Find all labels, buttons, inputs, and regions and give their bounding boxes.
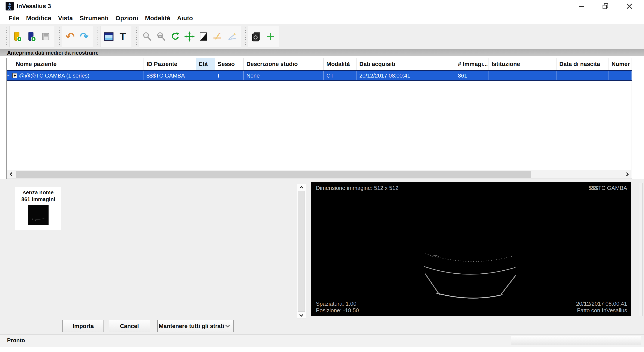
slices-icon <box>251 31 261 42</box>
column-header-immagini[interactable]: # Immagi... <box>455 58 489 70</box>
text-overlay-button[interactable]: T <box>116 27 130 46</box>
slices-button[interactable] <box>249 27 263 46</box>
horizontal-scroll-thumb[interactable] <box>16 171 531 178</box>
column-header-nome-paziente[interactable]: Nome paziente <box>7 58 144 70</box>
toolbar-grip[interactable] <box>135 27 138 45</box>
import-project-button[interactable] <box>24 27 39 46</box>
measure-line-icon <box>212 31 223 42</box>
column-header-dati-acquisiti[interactable]: Dati acquisiti <box>356 58 455 70</box>
series-thumbnail-card[interactable]: senza nome 861 immagini <box>16 187 61 230</box>
series-title: senza nome <box>16 189 61 196</box>
scroll-down-icon <box>299 314 304 317</box>
preview-datetime-credit: 20/12/2017 08:00:41 Fatto con InVesalius <box>576 301 627 314</box>
save-project-button[interactable] <box>39 27 53 46</box>
cell-immagini: 861 <box>455 71 489 80</box>
window-layout-button[interactable] <box>102 27 116 46</box>
column-header-eta[interactable]: Età <box>196 58 215 70</box>
toolbar-grip[interactable] <box>6 27 8 45</box>
rotate-button[interactable] <box>168 27 182 46</box>
pan-button[interactable] <box>182 27 196 46</box>
close-button[interactable] <box>624 1 636 12</box>
toolbar-group-layout: T <box>100 26 132 47</box>
import-project-icon <box>26 31 37 42</box>
cell-nome-paziente: + @@@TC GAMBA (1 series) <box>7 71 144 80</box>
vertical-scroll-thumb[interactable] <box>298 191 305 312</box>
add-plus-button[interactable] <box>263 27 278 46</box>
measure-line-button[interactable] <box>211 27 225 46</box>
column-header-sesso[interactable]: Sesso <box>215 58 244 70</box>
status-separator <box>508 335 509 345</box>
import-dicom-button[interactable] <box>10 27 24 46</box>
dicom-preview-viewport[interactable]: Dimensione immagine: 512 x 512 $$$TC GAM… <box>311 182 631 316</box>
add-plus-icon <box>266 32 275 41</box>
column-header-istituzione[interactable]: Istituzione <box>489 58 556 70</box>
scroll-down-button[interactable] <box>297 312 306 319</box>
restore-button[interactable] <box>600 1 612 12</box>
preview-position-label: Posizione: -18.50 <box>316 307 359 314</box>
patient-name-text: @@@TC GAMBA (1 series) <box>19 72 90 79</box>
scroll-up-button[interactable] <box>297 184 306 191</box>
app-logo-icon <box>6 2 14 10</box>
section-caption: Anteprima dati medici da ricostruire <box>0 49 644 56</box>
measure-angle-icon <box>227 31 237 42</box>
scroll-left-icon <box>10 172 13 177</box>
preview-patient-label: $$$TC GAMBA <box>589 185 627 191</box>
progress-gauge <box>511 336 641 345</box>
contrast-button[interactable] <box>196 27 211 46</box>
column-header-numero[interactable]: Numer <box>609 58 632 70</box>
menu-opzioni[interactable]: Opzioni <box>112 14 142 23</box>
status-text: Pronto <box>7 337 25 344</box>
toolbar-grip[interactable] <box>58 27 61 45</box>
minimize-button[interactable] <box>576 1 588 12</box>
zoom-button[interactable] <box>140 27 154 46</box>
title-bar: InVesalius 3 <box>0 0 644 12</box>
redo-icon: ↷ <box>80 31 89 42</box>
menu-modifica[interactable]: Modifica <box>23 14 55 23</box>
toolbar-grip[interactable] <box>97 27 99 45</box>
thumbnail-vertical-scrollbar[interactable] <box>297 184 306 319</box>
toolbar-grip[interactable] <box>244 27 247 45</box>
series-thumbnail-image[interactable] <box>28 205 48 225</box>
cell-data-di-nascita <box>556 71 609 80</box>
preview-made-with-label: Fatto con InVesalius <box>576 307 627 314</box>
scroll-left-button[interactable] <box>7 170 15 178</box>
keep-slices-selected-value: Mantenere tutti gli strati <box>158 323 225 330</box>
cancel-button[interactable]: Cancel <box>109 320 150 332</box>
tree-expander-button[interactable]: + <box>12 73 17 78</box>
column-header-descrizione-studio[interactable]: Descrizione studio <box>244 58 324 70</box>
menu-strumenti[interactable]: Strumenti <box>76 14 112 23</box>
undo-button[interactable]: ↶ <box>63 27 77 46</box>
toolbar: ↶ ↷ T <box>0 24 644 49</box>
menu-aiuto[interactable]: Aiuto <box>174 14 196 23</box>
redo-button[interactable]: ↷ <box>77 27 91 46</box>
section-caption-label: Anteprima dati medici da ricostruire <box>7 50 98 56</box>
import-dicom-icon <box>12 31 23 42</box>
horizontal-scrollbar[interactable] <box>7 170 632 178</box>
menu-file[interactable]: File <box>5 14 23 23</box>
menu-vista[interactable]: Vista <box>55 14 76 23</box>
table-row-selected[interactable]: + @@@TC GAMBA (1 series) $$$TC GAMBA F N… <box>7 70 632 81</box>
import-preview-panel: senza nome 861 immagini <box>0 179 644 334</box>
series-image-count: 861 immagini <box>16 196 61 203</box>
cell-modalita: CT <box>324 71 356 80</box>
menu-modalita[interactable]: Modalità <box>142 14 174 23</box>
cell-id-paziente: $$$TC GAMBA <box>144 71 196 80</box>
toolbar-group-undo: ↶ ↷ <box>62 26 93 47</box>
column-header-data-di-nascita[interactable]: Data di nascita <box>556 58 609 70</box>
preview-image-size-label: Dimensione immagine: 512 x 512 <box>316 185 398 191</box>
column-header-modalita[interactable]: Modalità <box>324 58 356 70</box>
zoom-icon <box>142 31 152 42</box>
cell-sesso: F <box>215 71 244 80</box>
preview-scrollbar[interactable] <box>639 183 642 316</box>
scroll-right-button[interactable] <box>623 170 632 178</box>
import-button[interactable]: Importa <box>62 320 104 332</box>
measure-angle-button[interactable] <box>225 27 239 46</box>
status-separator <box>260 335 260 345</box>
close-icon <box>626 3 633 9</box>
status-bar: Pronto <box>0 334 644 347</box>
zoom-select-button[interactable] <box>154 27 168 46</box>
minimize-icon <box>579 6 584 7</box>
column-header-id-paziente[interactable]: ID Paziente <box>144 58 196 70</box>
keep-slices-dropdown[interactable]: Mantenere tutti gli strati <box>158 320 234 332</box>
save-icon <box>41 31 51 42</box>
